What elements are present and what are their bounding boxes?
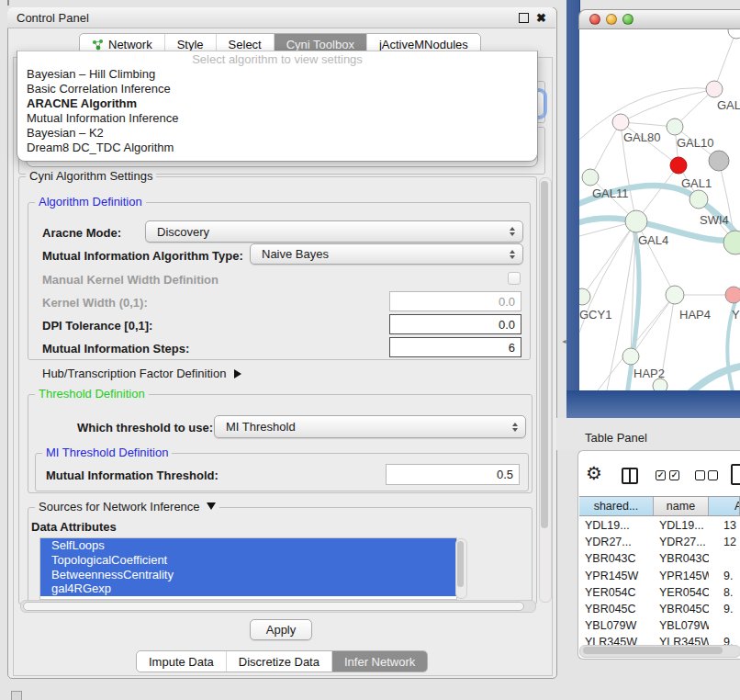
- network-node-y[interactable]: [725, 287, 740, 303]
- network-node[interactable]: [723, 231, 740, 254]
- dpi-tolerance-label: DPI Tolerance [0,1]:: [42, 319, 152, 333]
- tab-infer-network[interactable]: Infer Network: [331, 651, 427, 672]
- unchecked-checkbox-icon[interactable]: [708, 470, 718, 480]
- table-row[interactable]: YDR27...YDR27...12: [579, 534, 740, 550]
- dpi-tolerance-field[interactable]: 0.0: [389, 314, 521, 334]
- settings-horizontal-scrollbar[interactable]: [20, 600, 536, 613]
- manual-kernel-label: Manual Kernel Width Definition: [42, 273, 219, 287]
- network-node-gal11[interactable]: [582, 169, 599, 186]
- network-node-gcy1[interactable]: [579, 288, 590, 305]
- table-row[interactable]: YBL079WYBL079W: [579, 617, 740, 634]
- control-panel-title: Control Panel: [17, 11, 89, 25]
- expand-arrow-icon[interactable]: [207, 502, 216, 510]
- table-row[interactable]: YDL19...YDL19...13: [579, 517, 740, 534]
- which-threshold-value: MI Threshold: [226, 420, 296, 434]
- node-label: GCY1: [579, 308, 611, 322]
- data-attributes-list[interactable]: SelfLoopsTopologicalCoefficientBetweenne…: [39, 537, 457, 600]
- algorithm-option[interactable]: Basic Correlation Inference: [17, 82, 537, 96]
- page-icon[interactable]: [731, 464, 740, 485]
- control-panel-titlebar: Control Panel ✖: [7, 7, 555, 28]
- network-node-swi4[interactable]: [690, 190, 708, 209]
- network-view-canvas[interactable]: GALGAL80GAL10GAL1GAL11SWI4GAL4GCY1HAP4YH…: [579, 29, 740, 390]
- table-cell: YBR043C: [579, 552, 654, 565]
- column-header-partial[interactable]: A: [709, 497, 740, 515]
- node-label: GAL11: [592, 186, 629, 200]
- table-cell: YDR27...: [654, 536, 709, 548]
- apply-button[interactable]: Apply: [250, 619, 312, 640]
- which-threshold-combobox[interactable]: MI Threshold: [214, 415, 526, 438]
- combo-arrows-icon: [510, 250, 515, 259]
- kernel-width-field[interactable]: 0.0: [389, 291, 521, 311]
- dpi-tolerance-value: 0.0: [499, 318, 515, 332]
- close-panel-icon[interactable]: ✖: [536, 12, 546, 24]
- mi-threshold-label: Mutual Information Threshold:: [46, 469, 219, 482]
- network-node[interactable]: [728, 29, 740, 39]
- algorithm-option[interactable]: Bayesian – K2: [17, 126, 537, 141]
- network-node[interactable]: [709, 151, 729, 171]
- attribute-list-item[interactable]: BetweennessCentrality: [40, 568, 456, 582]
- collapse-arrow-icon[interactable]: [234, 369, 241, 378]
- network-node-gal[interactable]: [706, 81, 723, 97]
- algorithm-option[interactable]: Bayesian – Hill Climbing: [17, 67, 537, 82]
- mi-threshold-field[interactable]: 0.5: [386, 464, 520, 485]
- desktop: { "control_panel": { "title": "Control P…: [0, 0, 740, 700]
- checked-checkbox-icon[interactable]: ✓: [656, 470, 666, 480]
- zoom-window-icon[interactable]: [622, 14, 633, 25]
- splitter-collapse-icon[interactable]: ◄: [561, 338, 567, 344]
- scrollbar-thumb[interactable]: [23, 602, 524, 611]
- mi-type-label: Mutual Information Algorithm Type:: [42, 249, 243, 263]
- table-row[interactable]: YBR043CYBR043C: [579, 550, 740, 567]
- settings-vertical-scrollbar[interactable]: [539, 177, 552, 603]
- attributes-list-scrollbar[interactable]: [455, 538, 467, 599]
- tab-discretize-data[interactable]: Discretize Data: [226, 651, 331, 672]
- attribute-list-item[interactable]: gal4RGexp: [40, 581, 456, 596]
- node-label: GAL80: [623, 130, 660, 144]
- table-row[interactable]: YER054CYER054C8.: [579, 584, 740, 601]
- scrollbar-thumb[interactable]: [583, 647, 723, 654]
- close-window-icon[interactable]: [589, 14, 600, 25]
- tab-label: Infer Network: [344, 655, 415, 669]
- table-row[interactable]: YBR045CYBR045C9.: [579, 601, 740, 617]
- attribute-list-item[interactable]: TopologicalCoefficient: [40, 553, 456, 568]
- attribute-list-item[interactable]: SelfLoops: [40, 538, 456, 553]
- unchecked-checkbox-icon[interactable]: [695, 470, 705, 480]
- float-window-icon[interactable]: [519, 13, 529, 23]
- minimized-window-icon[interactable]: [11, 691, 22, 700]
- tab-impute-data[interactable]: Impute Data: [137, 651, 226, 672]
- table-header-row: shared... name A: [579, 496, 740, 516]
- algorithm-option[interactable]: Mutual Information Inference: [17, 111, 537, 126]
- desktop-background: [566, 0, 580, 418]
- algorithm-dropdown-list: Select algorithm to view settingsBayesia…: [17, 51, 538, 162]
- network-node-gal80[interactable]: [612, 114, 629, 130]
- column-header-shared-name[interactable]: shared...: [579, 497, 654, 515]
- aracne-mode-combobox[interactable]: Discovery: [145, 220, 523, 243]
- mi-type-combobox[interactable]: Naive Bayes: [250, 243, 523, 265]
- network-node-gal4[interactable]: [625, 210, 647, 232]
- which-threshold-label: Which threshold to use:: [77, 421, 213, 435]
- network-node-gal1[interactable]: [670, 157, 687, 174]
- network-node-hap4[interactable]: [666, 286, 684, 304]
- network-node[interactable]: [653, 378, 667, 390]
- table-row[interactable]: YPR145WYPR145W9.: [579, 568, 740, 584]
- algorithm-option[interactable]: Dream8 DC_TDC Algorithm: [17, 141, 537, 155]
- sources-group-title[interactable]: Sources for Network Inference: [35, 501, 219, 514]
- algorithm-option[interactable]: ARACNE Algorithm: [17, 96, 537, 111]
- mi-threshold-value: 0.5: [497, 468, 513, 481]
- table-cell: 9.: [709, 603, 740, 615]
- manual-kernel-checkbox[interactable]: [508, 272, 521, 285]
- table-horizontal-scrollbar[interactable]: [579, 645, 740, 658]
- gear-icon[interactable]: ⚙: [586, 464, 602, 482]
- checked-checkbox-icon[interactable]: ✓: [669, 470, 679, 480]
- column-header-name[interactable]: name: [654, 497, 709, 515]
- minimize-window-icon[interactable]: [606, 14, 617, 25]
- scrollbar-thumb[interactable]: [457, 541, 464, 587]
- scrollbar-thumb[interactable]: [541, 181, 548, 528]
- network-window-titlebar[interactable]: [578, 9, 740, 29]
- split-columns-icon[interactable]: [622, 468, 638, 484]
- dropdown-placeholder[interactable]: Select algorithm to view settings: [17, 52, 537, 67]
- hub-definition-toggle[interactable]: Hub/Transcription Factor Definition: [42, 367, 241, 380]
- mi-steps-field[interactable]: 6: [389, 337, 521, 357]
- network-node-gal10[interactable]: [667, 119, 683, 135]
- table-panel-titlebar: Table Panel: [556, 418, 740, 450]
- network-node-hap2[interactable]: [622, 348, 639, 365]
